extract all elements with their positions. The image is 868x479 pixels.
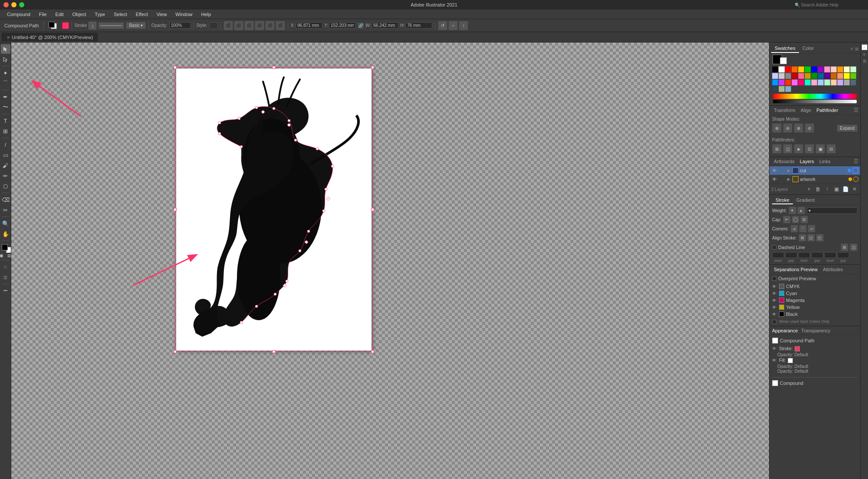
tab-pathfinder[interactable]: Pathfinder	[814, 107, 841, 114]
dashed-checkbox[interactable]	[772, 245, 776, 249]
swatch-item[interactable]	[785, 79, 791, 85]
tool-zoom[interactable]: 🔍	[1, 219, 10, 228]
swatch-item[interactable]	[850, 73, 856, 79]
swatch-item[interactable]	[792, 66, 798, 72]
layer-expand-cut[interactable]: ▶	[786, 168, 791, 173]
swatch-item[interactable]	[779, 79, 785, 85]
swatch-item[interactable]	[850, 66, 856, 72]
tool-lasso[interactable]: ⌒	[1, 79, 10, 88]
swatch-item[interactable]	[850, 79, 856, 85]
minimize-button[interactable]	[11, 2, 16, 7]
tab-transform[interactable]: Transform	[771, 107, 798, 114]
tool-curvature[interactable]: 〜	[1, 102, 10, 112]
swatch-item[interactable]	[818, 66, 824, 72]
dash-input-1[interactable]	[772, 252, 784, 258]
tool-pen[interactable]: ✒	[1, 92, 10, 102]
tab-swatches[interactable]: Swatches	[771, 44, 799, 53]
tool-pencil[interactable]: ✏	[1, 171, 10, 180]
align-inside[interactable]: ◫	[807, 234, 815, 242]
swatch-item[interactable]	[798, 79, 804, 85]
layer-visibility-artwork[interactable]: 👁	[771, 176, 777, 182]
stroke-color-indicator[interactable]	[62, 22, 69, 29]
h-input[interactable]	[405, 22, 432, 29]
menu-compound[interactable]: Compound	[3, 11, 34, 18]
menu-edit[interactable]: Edit	[52, 11, 67, 18]
tool-selection[interactable]	[1, 44, 10, 54]
swatch-item[interactable]	[837, 79, 843, 85]
swatch-item[interactable]	[831, 79, 837, 85]
swatch-item[interactable]	[772, 86, 778, 92]
swatch-item[interactable]	[831, 66, 837, 72]
tab-transparency[interactable]: Transparency	[801, 328, 830, 333]
dash-input-3[interactable]	[824, 252, 836, 258]
w-input[interactable]	[372, 22, 398, 29]
gradient-mode-btn[interactable]: ▤	[6, 253, 12, 258]
crop-btn[interactable]: ⊡	[805, 144, 814, 154]
layer-lock-cut[interactable]	[779, 167, 785, 174]
align-center[interactable]: ⊞	[799, 234, 806, 242]
swatch-item[interactable]	[805, 66, 811, 72]
rotate-btn[interactable]: ↺	[438, 21, 447, 30]
stroke-color-app[interactable]	[795, 346, 800, 351]
swatch-item[interactable]	[844, 66, 850, 72]
swatch-item[interactable]	[805, 79, 811, 85]
layer-target-cut[interactable]	[852, 167, 858, 174]
tool-touch-type[interactable]: ⊞	[1, 126, 10, 136]
swatch-item[interactable]	[779, 66, 785, 72]
stroke-arrows[interactable]: ↕	[89, 22, 96, 30]
opacity-input[interactable]	[169, 22, 191, 29]
minus-front-btn[interactable]: ⊖	[783, 123, 792, 133]
tab-appearance[interactable]: Appearance	[772, 328, 798, 333]
gap-input-2[interactable]	[811, 252, 823, 258]
tab-layers[interactable]: Layers	[797, 158, 817, 165]
dash-align-2[interactable]: ◫	[850, 243, 858, 251]
tool-shaper[interactable]: ⬡	[1, 181, 10, 191]
menu-window[interactable]: Window	[172, 11, 196, 18]
x-input[interactable]	[296, 22, 322, 29]
tool-direct-selection[interactable]	[1, 55, 10, 64]
sep-eye-cyan[interactable]: 👁	[772, 291, 777, 296]
tool-rectangle[interactable]: ▭	[1, 150, 10, 160]
sep-eye-black[interactable]: 👁	[772, 312, 777, 317]
tool-hand[interactable]: ✋	[1, 229, 10, 239]
fill-visibility-eye[interactable]: 👁	[772, 358, 777, 363]
swatch-item[interactable]	[831, 73, 837, 79]
document-tab[interactable]: ✕ Untitled-40° @ 200% (CMYK/Preview)	[2, 33, 98, 41]
right-icon-2[interactable]: ≡	[863, 52, 866, 57]
merge-btn[interactable]: ◈	[794, 144, 803, 154]
swatch-item[interactable]	[805, 73, 811, 79]
align-outside[interactable]: ◰	[816, 234, 824, 242]
cap-square[interactable]: ⊟	[800, 216, 808, 223]
layer-expand-artwork[interactable]: ▶	[786, 177, 791, 182]
cap-butt[interactable]: ⊢	[783, 216, 791, 223]
swatch-item[interactable]	[824, 73, 830, 79]
swatch-item[interactable]	[837, 66, 843, 72]
swatch-item[interactable]	[818, 73, 824, 79]
cap-round[interactable]: ◯	[792, 216, 799, 223]
swatch-item[interactable]	[844, 79, 850, 85]
swatch-item[interactable]	[824, 66, 830, 72]
layers-panel-menu[interactable]: ☰	[854, 158, 858, 164]
layer-artwork[interactable]: 👁 ▶ artwork	[769, 175, 860, 184]
menu-help[interactable]: Help	[197, 11, 214, 18]
swatch-item[interactable]	[772, 79, 778, 85]
menu-type[interactable]: Type	[91, 11, 108, 18]
color-swatches[interactable]	[48, 21, 59, 30]
align-left-btn[interactable]: ⬛	[224, 21, 233, 30]
swatch-item[interactable]	[798, 73, 804, 79]
color-mode-btn[interactable]: ▣	[0, 253, 5, 258]
swatch-item[interactable]	[792, 79, 798, 85]
canvas-area[interactable]: 200%	[11, 43, 769, 479]
maximize-button[interactable]	[19, 2, 24, 7]
tool-line[interactable]: /	[1, 140, 10, 149]
gap-input-3[interactable]	[837, 252, 849, 258]
fill-color-app[interactable]	[788, 358, 793, 363]
menu-object[interactable]: Object	[69, 11, 90, 18]
color-spectrum[interactable]	[773, 94, 857, 99]
swatch-white[interactable]	[780, 57, 787, 64]
right-icon-3[interactable]: ⊞	[863, 59, 866, 63]
search-bar[interactable]: 🔍 Search Adobe Help	[792, 2, 865, 8]
tab-gradient[interactable]: Gradient	[793, 197, 818, 204]
dash-align-1[interactable]: ⊞	[841, 243, 848, 251]
align-top-btn[interactable]: ⬛	[255, 21, 264, 30]
